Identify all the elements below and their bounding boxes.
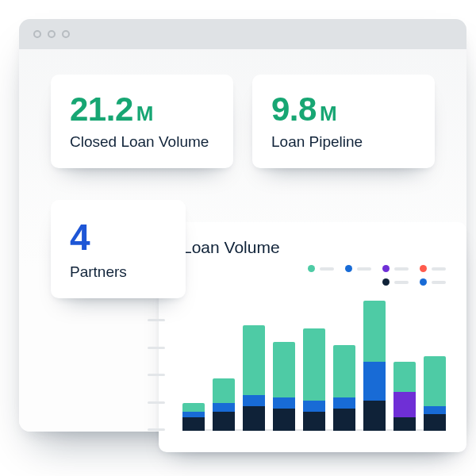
legend-swatch-icon bbox=[345, 265, 352, 272]
legend-item bbox=[382, 265, 409, 272]
legend-item bbox=[420, 278, 446, 286]
chart-bar bbox=[393, 362, 416, 432]
bar-segment bbox=[273, 342, 295, 397]
legend-item bbox=[420, 265, 446, 272]
bar-segment bbox=[424, 356, 446, 406]
bar-segment bbox=[243, 406, 265, 432]
chart-bar bbox=[363, 301, 386, 432]
chart-bars bbox=[182, 292, 446, 431]
bar-segment bbox=[424, 406, 446, 415]
metric-unit: M bbox=[136, 102, 154, 126]
chart-bar bbox=[243, 325, 265, 431]
bar-segment bbox=[303, 412, 325, 432]
legend-dash-icon bbox=[394, 281, 409, 284]
chart-bar bbox=[424, 356, 446, 432]
bar-segment bbox=[182, 412, 205, 417]
legend-dash-icon bbox=[357, 267, 371, 271]
bar-segment bbox=[273, 409, 295, 431]
chart-title: Loan Volume bbox=[182, 238, 446, 257]
chart-bar bbox=[333, 345, 355, 432]
legend-dash-icon bbox=[394, 267, 409, 271]
bar-segment bbox=[243, 395, 265, 406]
legend-swatch-icon bbox=[420, 265, 427, 272]
bar-segment bbox=[363, 401, 386, 432]
gridline-icon bbox=[148, 428, 165, 431]
bar-segment bbox=[393, 417, 416, 432]
legend-swatch-icon bbox=[308, 265, 315, 272]
chart-bar bbox=[273, 342, 295, 431]
bar-segment bbox=[303, 328, 325, 401]
chart-area bbox=[182, 292, 446, 431]
legend-dash-icon bbox=[432, 267, 446, 271]
metrics-row: 21.2 M Closed Loan Volume 9.8 M Loan Pip… bbox=[19, 49, 466, 168]
bar-segment bbox=[213, 378, 235, 404]
bar-segment bbox=[303, 401, 325, 412]
closed-loan-volume-value: 21.2 M bbox=[70, 90, 214, 129]
bar-segment bbox=[333, 397, 355, 409]
metric-unit: M bbox=[320, 102, 337, 126]
chart-bar bbox=[213, 378, 235, 432]
chart-bar bbox=[303, 328, 325, 432]
legend-swatch-icon bbox=[382, 278, 390, 286]
metric-value: 21.2 bbox=[70, 90, 133, 129]
bar-segment bbox=[333, 345, 355, 398]
bar-segment bbox=[273, 397, 295, 409]
legend-swatch-icon bbox=[382, 265, 390, 272]
bar-segment bbox=[393, 362, 416, 393]
legend-dash-icon bbox=[432, 281, 446, 284]
gridline-icon bbox=[148, 347, 165, 349]
legend-item bbox=[308, 265, 334, 272]
loan-pipeline-value: 9.8 M bbox=[271, 90, 416, 129]
window-dot-icon bbox=[33, 30, 41, 38]
partners-card: 4 Partners bbox=[51, 200, 186, 298]
partners-value: 4 bbox=[70, 216, 167, 259]
window-dot-icon bbox=[48, 30, 56, 38]
gridline-icon bbox=[148, 374, 165, 376]
app-window: 21.2 M Closed Loan Volume 9.8 M Loan Pip… bbox=[19, 19, 466, 432]
metric-label: Loan Pipeline bbox=[271, 133, 416, 151]
loan-pipeline-card: 9.8 M Loan Pipeline bbox=[252, 75, 435, 168]
bar-segment bbox=[333, 409, 355, 431]
legend-item bbox=[345, 265, 371, 272]
bar-segment bbox=[393, 392, 416, 417]
metric-value: 4 bbox=[70, 216, 90, 259]
chart-legend bbox=[287, 265, 446, 286]
bar-segment bbox=[424, 414, 446, 431]
loan-volume-chart-card: Loan Volume bbox=[159, 222, 466, 452]
window-dot-icon bbox=[62, 30, 70, 38]
gridline-icon bbox=[148, 401, 165, 404]
bar-segment bbox=[182, 417, 205, 432]
window-titlebar bbox=[19, 19, 466, 49]
chart-bar bbox=[182, 403, 205, 431]
bar-segment bbox=[363, 362, 386, 401]
bar-segment bbox=[213, 412, 235, 432]
legend-item bbox=[382, 278, 409, 286]
metric-label: Closed Loan Volume bbox=[70, 133, 214, 151]
metric-label: Partners bbox=[70, 263, 167, 281]
bar-segment bbox=[182, 403, 205, 412]
bar-segment bbox=[243, 325, 265, 395]
gridline-icon bbox=[148, 319, 165, 321]
bar-segment bbox=[363, 301, 386, 362]
bar-segment bbox=[213, 403, 235, 412]
legend-swatch-icon bbox=[420, 278, 427, 286]
closed-loan-volume-card: 21.2 M Closed Loan Volume bbox=[51, 75, 233, 168]
metric-value: 9.8 bbox=[271, 90, 317, 129]
legend-dash-icon bbox=[320, 267, 334, 271]
